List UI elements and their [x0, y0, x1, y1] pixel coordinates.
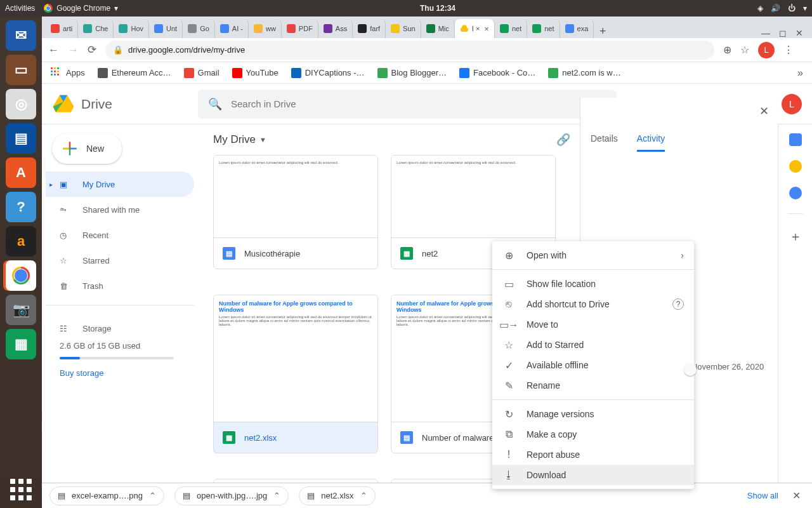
maximize-icon[interactable]: ◻ [779, 28, 787, 38]
reload-button[interactable]: ⟳ [88, 43, 96, 57]
launcher-chrome[interactable] [6, 260, 36, 291]
bookmark[interactable]: Blog Blogger… [377, 68, 447, 78]
bookmarks-bar: AppsEthereum Acc…GmailYouTubeDIYCaptions… [42, 62, 812, 84]
back-button[interactable]: ← [48, 44, 59, 57]
bookmark[interactable]: Facebook - Co… [459, 68, 535, 78]
account-avatar[interactable]: L [782, 94, 802, 114]
link-icon[interactable]: 🔗 [556, 133, 570, 147]
menu-item[interactable]: ⎋Add shortcut to Drive? [492, 294, 694, 314]
sidebar-item[interactable]: ▸▣My Drive [46, 171, 194, 197]
activity-tab[interactable]: Activity [637, 133, 665, 152]
details-tab[interactable]: Details [591, 133, 618, 152]
app-grid-icon[interactable] [10, 479, 32, 500]
bookmarks-overflow[interactable]: » [797, 67, 803, 79]
search-bar[interactable]: 🔍 ▼ [198, 90, 617, 119]
browser-tab[interactable]: Ass [318, 19, 353, 38]
search-icon: 🔍 [208, 97, 222, 111]
drive-logo[interactable]: Drive [52, 94, 198, 114]
clock[interactable]: Thu 12:34 [118, 4, 757, 13]
browser-tab[interactable]: Sun [386, 19, 421, 38]
chevron-up-icon[interactable]: ⌃ [273, 491, 280, 500]
menu-item[interactable]: ⭳Download [492, 465, 694, 485]
sidebar-item[interactable]: ◷Recent [46, 222, 194, 248]
keep-icon[interactable] [789, 160, 802, 173]
chrome-menu[interactable]: ⋮ [783, 44, 794, 56]
download-item[interactable]: ▤open-with.jpg….jpg⌃ [174, 486, 289, 505]
menu-item[interactable]: !Report abuse [492, 444, 694, 465]
launcher-app[interactable]: ▦ [6, 329, 36, 359]
launcher-app[interactable]: ▤ [6, 123, 36, 154]
bookmark[interactable]: DIYCaptions -… [291, 68, 365, 78]
app-indicator[interactable]: Google Chrome ▾ [44, 4, 118, 13]
activities-btn[interactable]: Activities [5, 4, 35, 13]
browser-tab[interactable]: AI - [215, 19, 249, 38]
sidebar-item[interactable]: ☆Starred [46, 248, 194, 273]
buy-storage-link[interactable]: Buy storage [60, 368, 180, 378]
browser-tab[interactable]: Unt [149, 19, 183, 38]
chevron-up-icon[interactable]: ⌃ [360, 491, 367, 500]
add-on-icon[interactable]: ＋ [789, 228, 802, 245]
volume-icon[interactable]: 🔊 [771, 4, 780, 13]
sidebar-item[interactable]: ⥲Shared with me [46, 197, 194, 222]
bookmark[interactable]: net2.com is w… [548, 68, 620, 78]
browser-tab[interactable]: net [527, 19, 560, 38]
forward-button[interactable]: → [68, 44, 79, 57]
profile-avatar[interactable]: L [758, 42, 775, 58]
browser-tab[interactable]: Hov [114, 19, 149, 38]
close-window-icon[interactable]: ✕ [796, 28, 803, 38]
file-card[interactable]: Number of malware for Apple grows compar… [213, 295, 378, 453]
bookmark[interactable]: Gmail [184, 68, 219, 78]
tasks-icon[interactable] [789, 187, 802, 199]
browser-tab[interactable]: arti [46, 19, 78, 38]
new-button[interactable]: New [52, 133, 122, 164]
menu-item[interactable]: ✎Rename [492, 375, 694, 396]
power-icon[interactable]: ⏻ [788, 4, 796, 13]
new-tab-button[interactable]: + [594, 25, 612, 38]
browser-tab[interactable]: Che [78, 19, 114, 38]
bookmark[interactable]: Ethereum Acc… [98, 68, 171, 78]
help-icon[interactable]: ? [672, 298, 684, 310]
calendar-icon[interactable] [789, 133, 802, 146]
bookmark[interactable]: YouTube [232, 68, 278, 78]
close-icon[interactable]: ✕ [789, 490, 804, 502]
breadcrumb[interactable]: My Drive▼ [213, 133, 266, 146]
launcher-app[interactable]: A [6, 157, 36, 188]
menu-item[interactable]: ↻Manage versions [492, 404, 694, 424]
bookmark[interactable]: Apps [51, 67, 85, 79]
star-icon[interactable]: ☆ [740, 44, 749, 56]
download-item[interactable]: ▤net2.xlsx⌃ [299, 486, 375, 505]
docs-icon: ▤ [400, 431, 413, 444]
browser-tab[interactable]: farf [353, 19, 386, 38]
launcher-app[interactable]: ◎ [6, 89, 36, 119]
search-input[interactable] [231, 98, 591, 109]
browser-tab[interactable]: Mic [421, 19, 455, 38]
launcher-app[interactable]: 📷 [6, 295, 36, 325]
browser-tab[interactable]: net [495, 19, 527, 38]
browser-tab[interactable]: PDF [282, 19, 318, 38]
sidebar-item[interactable]: 🗑Trash [46, 273, 194, 298]
launcher-app[interactable]: ? [6, 192, 36, 222]
menu-item[interactable]: ⧉Make a copy [492, 424, 694, 444]
browser-tab[interactable]: I ×× [455, 19, 495, 38]
launcher-app[interactable]: a [6, 226, 36, 257]
launcher-app[interactable]: ✉ [6, 20, 36, 51]
menu-item[interactable]: ⊕Open with› [492, 245, 694, 265]
menu-item[interactable]: ☆Add to Starred [492, 335, 694, 355]
menu-item[interactable]: ▭→Move to [492, 314, 694, 335]
download-item[interactable]: ▤excel-examp….png⌃ [49, 486, 164, 505]
chevron-up-icon[interactable]: ⌃ [149, 491, 156, 500]
browser-tab[interactable]: ww [249, 19, 282, 38]
browser-tab[interactable]: exa [560, 19, 594, 38]
wifi-icon[interactable]: ◈ [757, 4, 763, 13]
menu-item[interactable]: ✓Available offline [492, 355, 694, 375]
address-bar[interactable]: 🔒 drive.google.com/drive/my-drive [105, 41, 714, 60]
close-icon[interactable]: ✕ [759, 104, 769, 118]
menu-item[interactable]: ▭Show file location [492, 274, 694, 294]
zoom-icon[interactable]: ⊕ [723, 44, 731, 56]
file-card[interactable]: Lorem ipsum dolor sit amet consectetur a… [213, 155, 378, 269]
minimize-icon[interactable]: — [761, 28, 770, 38]
show-all-link[interactable]: Show all [747, 491, 778, 500]
launcher-app[interactable]: ▭ [6, 55, 36, 85]
browser-tab[interactable]: Go [183, 19, 215, 38]
close-tab-icon[interactable]: × [484, 24, 489, 34]
